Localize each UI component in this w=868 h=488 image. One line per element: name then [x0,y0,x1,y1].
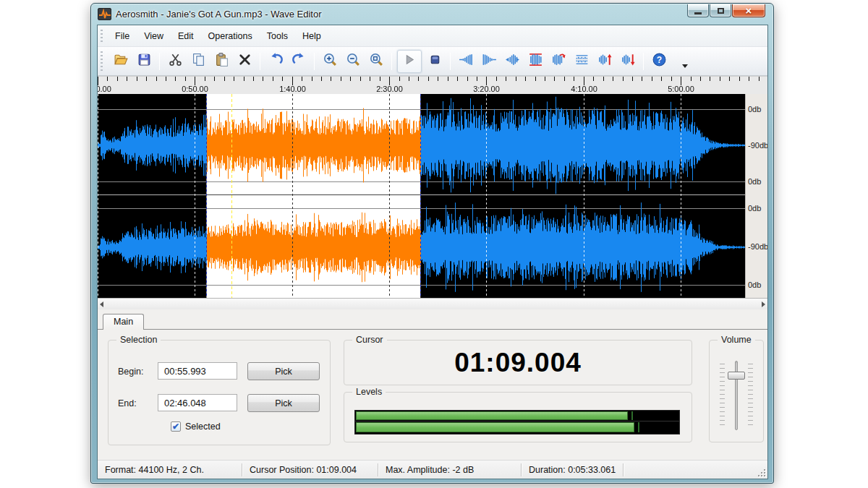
menu-tools[interactable]: Tools [260,28,295,44]
status-max-amplitude: Max. Amplitude: -2 dB [378,463,522,476]
tab-main[interactable]: Main [103,314,144,330]
copy-button[interactable] [188,51,208,72]
db-label: 0db [748,105,761,114]
status-format: Format: 44100 Hz, 2 Ch. [98,463,242,476]
stretch-button[interactable] [502,51,522,72]
help-button[interactable]: ? [649,51,669,72]
volume-up-icon [597,52,613,70]
main-panel: Selection Begin: Pick End: Pick ✔ Select… [98,330,767,460]
cursor-group-title: Cursor [352,335,387,345]
status-bar: Format: 44100 Hz, 2 Ch. Cursor Position:… [98,460,767,479]
pick-end-button[interactable]: Pick [247,394,320,412]
help-icon: ? [652,52,667,70]
stop-button[interactable] [425,51,445,72]
fade-in-button[interactable] [456,51,476,72]
status-cursor-position: Cursor Position: 01:09.004 [242,463,378,476]
db-label: 0db [748,177,761,186]
toolbar-separator [643,53,644,70]
zoom-in-button[interactable] [320,51,340,72]
level-fill [356,422,634,432]
level-fill [356,411,628,420]
mix-paste-button[interactable] [548,51,569,72]
tab-strip: Main [98,314,767,330]
selected-checkbox[interactable]: ✔ [171,421,181,432]
resize-grip[interactable] [757,468,765,476]
window-title: Aerosmith - Janie's Got A Gun.mp3 - Wave… [116,9,322,20]
levels-group-title: Levels [352,387,386,397]
volume-group: Volume [709,340,764,442]
app-icon [98,8,111,20]
open-icon [114,52,129,70]
end-input[interactable] [158,394,237,411]
db-label: -90db [748,141,768,150]
toolbar-separator [314,53,315,70]
fade-out-button[interactable] [479,51,499,72]
svg-text:?: ? [656,55,661,65]
minimize-button[interactable] [687,4,709,17]
toolbar-overflow-button[interactable] [682,64,688,68]
paste-button[interactable] [211,51,231,72]
pick-begin-button[interactable]: Pick [247,362,320,380]
menu-view[interactable]: View [137,28,171,44]
menu-operations[interactable]: Operations [201,28,260,44]
normalize-icon [528,52,543,70]
cursor-group: Cursor 01:09.004 [344,340,692,385]
status-duration: Duration: 0:05:33.061 [522,463,624,476]
paste-icon [214,52,229,70]
titlebar[interactable]: Aerosmith - Janie's Got A Gun.mp3 - Wave… [91,4,773,25]
volume-slider[interactable] [720,361,753,430]
begin-input[interactable] [158,362,237,380]
level-peak-marker [631,411,633,420]
db-label: 0db [748,281,761,289]
zoom-out-button[interactable] [343,51,363,72]
toolbar-separator [159,53,160,70]
menu-edit[interactable]: Edit [171,28,201,44]
volume-group-title: Volume [718,335,755,345]
menu-help[interactable]: Help [295,28,328,44]
levels-group: Levels [344,392,692,442]
zoom-in-icon [323,52,338,70]
volume-slider-handle[interactable] [728,372,745,380]
toolbar-separator [450,53,451,70]
menu-file[interactable]: File [108,28,137,44]
open-button[interactable] [111,51,131,72]
scroll-left-icon[interactable] [100,301,103,307]
volume-down-button[interactable] [618,51,638,72]
waveform-scrollbar[interactable] [98,298,767,309]
copy-icon [191,52,206,70]
time-ruler[interactable] [98,76,767,94]
cut-button[interactable] [165,51,185,72]
volume-ticks-right [748,364,753,427]
mix-paste-icon [551,52,566,70]
normalize-button[interactable] [525,51,545,72]
redo-button[interactable] [289,51,309,72]
delete-button[interactable] [234,51,255,72]
undo-button[interactable] [265,51,286,72]
wave-editor-window: Aerosmith - Janie's Got A Gun.mp3 - Wave… [90,3,774,484]
toolbar: ? [98,47,767,76]
toolbar-separator [391,53,392,70]
silence-button[interactable] [571,51,592,72]
scroll-right-icon[interactable] [762,301,765,307]
selection-group-title: Selection [116,335,161,345]
db-scale: 0db-90db0db0db-90db0db [745,94,767,298]
volume-down-icon [621,52,636,70]
cut-icon [168,52,183,70]
save-button[interactable] [134,51,154,72]
play-button[interactable] [397,50,422,73]
menubar: FileViewEditOperationsToolsHelp [98,25,767,47]
maximize-button[interactable] [710,4,731,17]
waveform-display[interactable] [98,94,745,298]
level-bar-ch2 [355,421,679,433]
zoom-fit-icon [369,52,384,70]
close-button[interactable]: × [732,4,765,17]
delete-icon [237,52,252,70]
fade-in-icon [459,52,474,70]
close-icon: × [746,5,752,16]
stretch-icon [505,52,520,70]
zoom-fit-button[interactable] [366,51,386,72]
db-label: -90db [748,242,768,251]
volume-up-button[interactable] [595,51,615,72]
selected-checkbox-label: Selected [185,421,221,432]
level-peak-marker [638,422,639,432]
